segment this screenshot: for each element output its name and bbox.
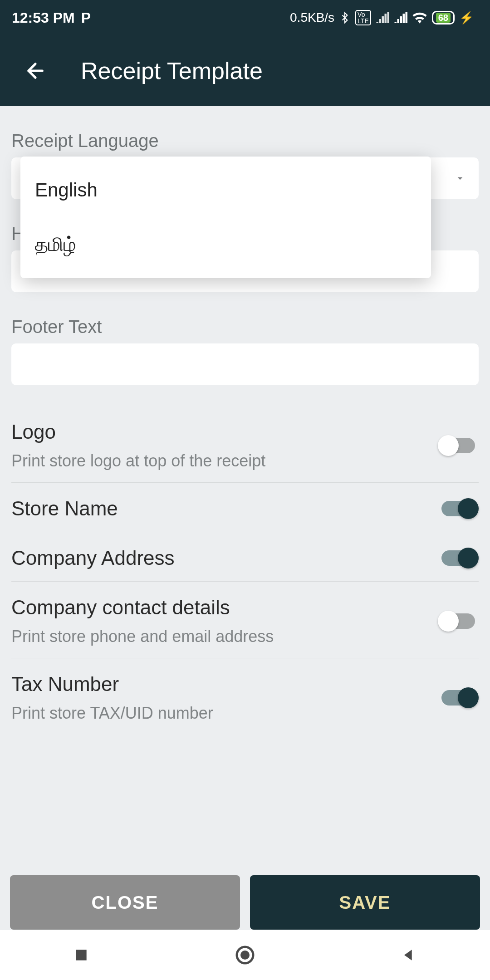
setting-store-name-title: Store Name (11, 497, 118, 520)
svg-rect-0 (76, 950, 86, 960)
footer-text-label: Footer Text (11, 317, 479, 337)
footer-text-input[interactable] (11, 343, 479, 385)
setting-logo-switch[interactable] (438, 435, 479, 456)
system-nav-bar (0, 930, 490, 980)
setting-store-name-switch[interactable] (438, 498, 479, 519)
setting-tax-number-switch[interactable] (438, 687, 479, 708)
save-button[interactable]: SAVE (250, 875, 480, 930)
nav-home-icon[interactable] (234, 944, 256, 966)
setting-company-address-title: Company Address (11, 547, 175, 569)
bluetooth-icon (339, 10, 351, 25)
setting-contact-details-desc: Print store phone and email address (11, 627, 274, 646)
signal-icon-1 (376, 11, 389, 24)
signal-icon-2 (394, 11, 407, 24)
page-title: Receipt Template (81, 57, 263, 84)
setting-logo[interactable]: Logo Print store logo at top of the rece… (11, 406, 479, 483)
language-option-english[interactable]: English (20, 163, 431, 217)
nav-back-icon[interactable] (400, 946, 418, 964)
app-bar: Receipt Template (0, 35, 490, 106)
language-dropdown-popup: English தமிழ் (20, 157, 431, 278)
setting-contact-details[interactable]: Company contact details Print store phon… (11, 582, 479, 658)
setting-company-address-switch[interactable] (438, 548, 479, 568)
setting-company-address[interactable]: Company Address (11, 532, 479, 582)
setting-contact-details-switch[interactable] (438, 611, 479, 632)
status-bar: 12:53 PM P 0.5KB/s VoLTE 68 ⚡ (0, 0, 490, 35)
setting-logo-desc: Print store logo at top of the receipt (11, 451, 265, 470)
battery-indicator: 68 (432, 11, 455, 24)
svg-point-2 (240, 951, 250, 960)
language-option-tamil[interactable]: தமிழ் (20, 217, 431, 272)
chevron-down-icon (454, 172, 466, 184)
status-time: 12:53 PM (12, 10, 75, 26)
setting-tax-number-title: Tax Number (11, 673, 213, 696)
status-p-indicator: P (81, 10, 91, 26)
back-icon[interactable] (24, 59, 47, 83)
setting-contact-details-title: Company contact details (11, 596, 274, 619)
wifi-icon (412, 11, 427, 24)
setting-tax-number[interactable]: Tax Number Print store TAX/UID number (11, 658, 479, 735)
close-button[interactable]: CLOSE (10, 875, 240, 930)
receipt-language-label: Receipt Language (11, 131, 479, 151)
battery-level: 68 (436, 13, 451, 23)
volte-icon: VoLTE (355, 10, 371, 25)
nav-recent-icon[interactable] (72, 946, 90, 964)
setting-store-name[interactable]: Store Name (11, 483, 479, 532)
status-data-rate: 0.5KB/s (290, 10, 334, 25)
charging-icon: ⚡ (459, 11, 474, 25)
setting-logo-title: Logo (11, 421, 265, 443)
setting-tax-number-desc: Print store TAX/UID number (11, 704, 213, 723)
